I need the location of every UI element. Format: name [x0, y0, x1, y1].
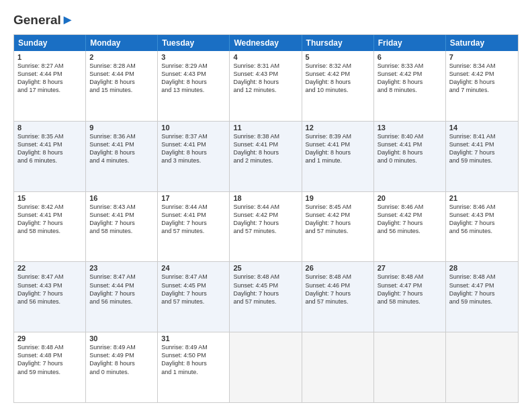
- calendar-cell-17: 17Sunrise: 8:44 AM Sunset: 4:41 PM Dayli…: [158, 192, 230, 262]
- day-number: 7: [449, 53, 515, 61]
- day-number: 17: [161, 194, 226, 202]
- day-number: 11: [233, 124, 298, 132]
- calendar-cell-25: 25Sunrise: 8:48 AM Sunset: 4:45 PM Dayli…: [230, 262, 302, 332]
- day-info: Sunrise: 8:47 AM Sunset: 4:44 PM Dayligh…: [89, 273, 154, 306]
- calendar-row-2: 15Sunrise: 8:42 AM Sunset: 4:41 PM Dayli…: [14, 191, 518, 262]
- day-info: Sunrise: 8:33 AM Sunset: 4:42 PM Dayligh…: [378, 62, 442, 95]
- day-number: 22: [17, 264, 82, 272]
- calendar-row-4: 29Sunrise: 8:48 AM Sunset: 4:48 PM Dayli…: [14, 332, 518, 402]
- calendar-cell-22: 22Sunrise: 8:47 AM Sunset: 4:43 PM Dayli…: [14, 262, 86, 332]
- calendar-cell-2: 2Sunrise: 8:28 AM Sunset: 4:44 PM Daylig…: [86, 51, 158, 121]
- day-info: Sunrise: 8:34 AM Sunset: 4:42 PM Dayligh…: [449, 62, 515, 95]
- calendar-cell-27: 27Sunrise: 8:48 AM Sunset: 4:47 PM Dayli…: [374, 262, 446, 332]
- day-info: Sunrise: 8:40 AM Sunset: 4:41 PM Dayligh…: [378, 132, 442, 165]
- calendar-cell-empty-4-5: [374, 332, 446, 402]
- day-info: Sunrise: 8:35 AM Sunset: 4:41 PM Dayligh…: [17, 132, 82, 165]
- day-number: 21: [449, 194, 515, 202]
- calendar-body: 1Sunrise: 8:27 AM Sunset: 4:44 PM Daylig…: [14, 51, 518, 402]
- day-number: 14: [449, 124, 515, 132]
- day-number: 2: [89, 53, 154, 61]
- calendar-cell-empty-4-6: [446, 332, 518, 402]
- day-number: 23: [89, 264, 154, 272]
- header-day-wednesday: Wednesday: [230, 35, 302, 51]
- calendar-cell-8: 8Sunrise: 8:35 AM Sunset: 4:41 PM Daylig…: [14, 122, 86, 191]
- header-day-saturday: Saturday: [446, 35, 518, 51]
- calendar-cell-6: 6Sunrise: 8:33 AM Sunset: 4:42 PM Daylig…: [374, 51, 446, 121]
- day-info: Sunrise: 8:31 AM Sunset: 4:43 PM Dayligh…: [233, 62, 298, 95]
- calendar: SundayMondayTuesdayWednesdayThursdayFrid…: [13, 34, 519, 403]
- day-info: Sunrise: 8:48 AM Sunset: 4:47 PM Dayligh…: [449, 273, 515, 306]
- day-number: 15: [17, 194, 82, 202]
- calendar-cell-7: 7Sunrise: 8:34 AM Sunset: 4:42 PM Daylig…: [446, 51, 518, 121]
- day-number: 6: [378, 53, 442, 61]
- day-number: 30: [89, 334, 154, 342]
- day-number: 29: [17, 334, 82, 342]
- day-number: 18: [233, 194, 298, 202]
- day-info: Sunrise: 8:42 AM Sunset: 4:41 PM Dayligh…: [17, 203, 82, 236]
- day-number: 4: [233, 53, 298, 61]
- day-info: Sunrise: 8:48 AM Sunset: 4:47 PM Dayligh…: [378, 273, 442, 306]
- day-info: Sunrise: 8:48 AM Sunset: 4:45 PM Dayligh…: [233, 273, 298, 306]
- day-number: 28: [449, 264, 515, 272]
- day-info: Sunrise: 8:36 AM Sunset: 4:41 PM Dayligh…: [89, 132, 154, 165]
- calendar-cell-20: 20Sunrise: 8:46 AM Sunset: 4:42 PM Dayli…: [374, 192, 446, 262]
- day-info: Sunrise: 8:48 AM Sunset: 4:46 PM Dayligh…: [306, 273, 370, 306]
- day-info: Sunrise: 8:39 AM Sunset: 4:41 PM Dayligh…: [306, 132, 370, 165]
- calendar-row-1: 8Sunrise: 8:35 AM Sunset: 4:41 PM Daylig…: [14, 121, 518, 191]
- day-info: Sunrise: 8:44 AM Sunset: 4:41 PM Dayligh…: [161, 203, 226, 236]
- day-info: Sunrise: 8:45 AM Sunset: 4:42 PM Dayligh…: [306, 203, 370, 236]
- day-info: Sunrise: 8:32 AM Sunset: 4:42 PM Dayligh…: [306, 62, 370, 95]
- day-number: 19: [306, 194, 370, 202]
- day-number: 26: [306, 264, 370, 272]
- header: General►: [13, 12, 519, 28]
- calendar-cell-1: 1Sunrise: 8:27 AM Sunset: 4:44 PM Daylig…: [14, 51, 86, 121]
- header-day-sunday: Sunday: [14, 35, 86, 51]
- calendar-header: SundayMondayTuesdayWednesdayThursdayFrid…: [14, 35, 518, 51]
- day-info: Sunrise: 8:47 AM Sunset: 4:43 PM Dayligh…: [17, 273, 82, 306]
- calendar-cell-5: 5Sunrise: 8:32 AM Sunset: 4:42 PM Daylig…: [302, 51, 374, 121]
- day-info: Sunrise: 8:29 AM Sunset: 4:43 PM Dayligh…: [161, 62, 226, 95]
- calendar-cell-16: 16Sunrise: 8:43 AM Sunset: 4:41 PM Dayli…: [86, 192, 158, 262]
- calendar-cell-12: 12Sunrise: 8:39 AM Sunset: 4:41 PM Dayli…: [302, 122, 374, 191]
- day-info: Sunrise: 8:41 AM Sunset: 4:41 PM Dayligh…: [449, 132, 515, 165]
- header-day-monday: Monday: [86, 35, 158, 51]
- calendar-cell-empty-4-3: [230, 332, 302, 402]
- calendar-cell-3: 3Sunrise: 8:29 AM Sunset: 4:43 PM Daylig…: [158, 51, 230, 121]
- logo-name: General►: [13, 12, 75, 28]
- day-number: 27: [378, 264, 442, 272]
- day-number: 5: [306, 53, 370, 61]
- day-info: Sunrise: 8:49 AM Sunset: 4:50 PM Dayligh…: [161, 343, 226, 376]
- day-info: Sunrise: 8:44 AM Sunset: 4:42 PM Dayligh…: [233, 203, 298, 236]
- calendar-row-3: 22Sunrise: 8:47 AM Sunset: 4:43 PM Dayli…: [14, 261, 518, 332]
- calendar-cell-empty-4-4: [302, 332, 374, 402]
- day-info: Sunrise: 8:27 AM Sunset: 4:44 PM Dayligh…: [17, 62, 82, 95]
- day-number: 9: [89, 124, 154, 132]
- calendar-cell-23: 23Sunrise: 8:47 AM Sunset: 4:44 PM Dayli…: [86, 262, 158, 332]
- calendar-cell-11: 11Sunrise: 8:38 AM Sunset: 4:41 PM Dayli…: [230, 122, 302, 191]
- day-info: Sunrise: 8:37 AM Sunset: 4:41 PM Dayligh…: [161, 132, 226, 165]
- day-info: Sunrise: 8:46 AM Sunset: 4:42 PM Dayligh…: [378, 203, 442, 236]
- calendar-cell-13: 13Sunrise: 8:40 AM Sunset: 4:41 PM Dayli…: [374, 122, 446, 191]
- day-info: Sunrise: 8:43 AM Sunset: 4:41 PM Dayligh…: [89, 203, 154, 236]
- calendar-cell-24: 24Sunrise: 8:47 AM Sunset: 4:45 PM Dayli…: [158, 262, 230, 332]
- day-number: 31: [161, 334, 226, 342]
- day-number: 25: [233, 264, 298, 272]
- page: General► SundayMondayTuesdayWednesdayThu…: [0, 0, 532, 411]
- calendar-cell-18: 18Sunrise: 8:44 AM Sunset: 4:42 PM Dayli…: [230, 192, 302, 262]
- day-info: Sunrise: 8:49 AM Sunset: 4:49 PM Dayligh…: [89, 343, 154, 376]
- header-day-thursday: Thursday: [302, 35, 374, 51]
- calendar-cell-4: 4Sunrise: 8:31 AM Sunset: 4:43 PM Daylig…: [230, 51, 302, 121]
- calendar-cell-30: 30Sunrise: 8:49 AM Sunset: 4:49 PM Dayli…: [86, 332, 158, 402]
- calendar-cell-14: 14Sunrise: 8:41 AM Sunset: 4:41 PM Dayli…: [446, 122, 518, 191]
- day-info: Sunrise: 8:28 AM Sunset: 4:44 PM Dayligh…: [89, 62, 154, 95]
- calendar-cell-28: 28Sunrise: 8:48 AM Sunset: 4:47 PM Dayli…: [446, 262, 518, 332]
- calendar-cell-31: 31Sunrise: 8:49 AM Sunset: 4:50 PM Dayli…: [158, 332, 230, 402]
- day-number: 3: [161, 53, 226, 61]
- day-info: Sunrise: 8:46 AM Sunset: 4:43 PM Dayligh…: [449, 203, 515, 236]
- calendar-cell-19: 19Sunrise: 8:45 AM Sunset: 4:42 PM Dayli…: [302, 192, 374, 262]
- day-info: Sunrise: 8:38 AM Sunset: 4:41 PM Dayligh…: [233, 132, 298, 165]
- day-number: 13: [378, 124, 442, 132]
- logo-line1: General►: [13, 12, 75, 28]
- calendar-cell-29: 29Sunrise: 8:48 AM Sunset: 4:48 PM Dayli…: [14, 332, 86, 402]
- day-number: 16: [89, 194, 154, 202]
